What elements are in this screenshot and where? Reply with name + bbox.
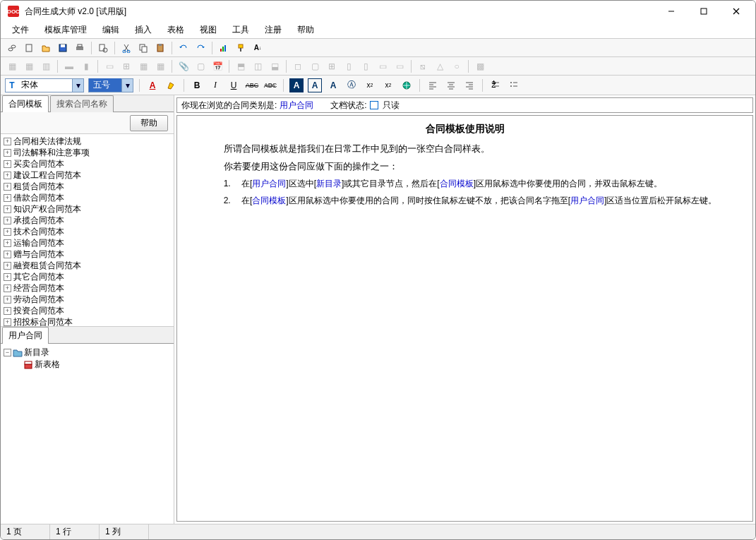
bullet-list-icon[interactable] xyxy=(507,78,521,92)
user-tree-child[interactable]: 新表格 xyxy=(4,359,171,371)
numbered-list-icon[interactable]: 12 xyxy=(488,78,503,92)
expand-icon[interactable]: + xyxy=(4,251,11,258)
expand-icon[interactable]: + xyxy=(4,160,11,168)
expand-icon[interactable]: + xyxy=(4,296,11,304)
double-strike-icon[interactable]: ABC xyxy=(263,78,277,92)
expand-icon[interactable]: + xyxy=(4,262,11,270)
bold-icon[interactable]: B xyxy=(190,78,204,92)
copy-icon[interactable] xyxy=(136,41,150,55)
link-new-dir[interactable]: 新目录 xyxy=(316,179,342,188)
menu-register[interactable]: 注册 xyxy=(258,22,289,38)
collapse-icon[interactable]: − xyxy=(4,349,11,356)
tree-item[interactable]: +承揽合同范本 xyxy=(4,215,171,226)
menu-table[interactable]: 表格 xyxy=(160,22,191,38)
menu-help[interactable]: 帮助 xyxy=(290,22,321,38)
align-center-icon[interactable] xyxy=(444,78,458,92)
minimize-button[interactable] xyxy=(655,1,688,22)
tree-item[interactable]: +借款合同范本 xyxy=(4,192,171,203)
highlight-icon[interactable] xyxy=(164,78,178,92)
align-right-icon[interactable] xyxy=(462,78,476,92)
tree-item[interactable]: +融资租赁合同范本 xyxy=(4,260,171,271)
menu-file[interactable]: 文件 xyxy=(5,22,36,38)
expand-icon[interactable]: + xyxy=(4,217,11,224)
chevron-down-icon[interactable]: ▾ xyxy=(72,79,83,92)
tab-templates[interactable]: 合同模板 xyxy=(2,95,49,112)
tree-item[interactable]: +其它合同范本 xyxy=(4,271,171,282)
close-button[interactable] xyxy=(720,1,752,22)
text-circle-icon[interactable]: Ⓐ xyxy=(344,78,359,92)
link-user-contract-2[interactable]: 用户合同 xyxy=(570,196,604,205)
user-tree-root[interactable]: − 新目录 xyxy=(4,347,171,359)
superscript-icon[interactable]: x2 xyxy=(363,78,377,92)
subscript-icon[interactable]: x2 xyxy=(381,78,395,92)
redo-icon[interactable] xyxy=(193,41,208,55)
chart-icon[interactable] xyxy=(217,41,231,55)
expand-icon[interactable]: + xyxy=(4,284,11,292)
tree-item[interactable]: +租赁合同范本 xyxy=(4,181,171,192)
maximize-button[interactable] xyxy=(688,1,720,22)
tree-item[interactable]: +赠与合同范本 xyxy=(4,248,171,260)
print-icon[interactable] xyxy=(73,41,87,55)
link-template[interactable]: 合同模板 xyxy=(440,179,474,188)
expand-icon[interactable]: + xyxy=(4,183,11,191)
underline-icon[interactable]: U xyxy=(227,78,241,92)
tab-user-contracts[interactable]: 用户合同 xyxy=(2,327,49,344)
tree-item[interactable]: +劳动合同范本 xyxy=(4,294,171,305)
font-size-select[interactable]: 五号 ▾ xyxy=(88,78,133,92)
tree-item[interactable]: +经营合同范本 xyxy=(4,282,171,294)
open-icon[interactable] xyxy=(39,41,53,55)
expand-icon[interactable]: + xyxy=(4,318,11,326)
undo-icon[interactable] xyxy=(176,41,191,55)
tree-item[interactable]: +买卖合同范本 xyxy=(4,158,171,169)
strikethrough-icon[interactable]: ABC xyxy=(245,78,259,92)
new-icon[interactable] xyxy=(22,41,36,55)
expand-icon[interactable]: + xyxy=(4,149,11,157)
link-user-contract[interactable]: 用户合同 xyxy=(252,179,286,188)
infobar-category[interactable]: 用户合同 xyxy=(280,100,313,112)
align-left-icon[interactable] xyxy=(426,78,440,92)
help-button[interactable]: 帮助 xyxy=(130,115,168,131)
text-outline-icon[interactable]: A xyxy=(326,78,340,92)
menu-tools[interactable]: 工具 xyxy=(225,22,256,38)
expand-icon[interactable]: + xyxy=(4,205,11,213)
preview-icon[interactable] xyxy=(96,41,110,55)
tree-item[interactable]: +投资合同范本 xyxy=(4,305,171,316)
text-fill-icon[interactable]: A xyxy=(289,78,304,92)
paste-icon[interactable] xyxy=(153,41,167,55)
chevron-down-icon[interactable]: ▾ xyxy=(121,79,133,92)
tree-item[interactable]: +招投标合同范本 xyxy=(4,316,171,326)
tree-item[interactable]: +建设工程合同范本 xyxy=(4,169,171,181)
format-brush-icon[interactable] xyxy=(234,41,248,55)
italic-icon[interactable]: I xyxy=(208,78,222,92)
tree-item[interactable]: +合同相关法律法规 xyxy=(4,136,171,147)
menu-edit[interactable]: 编辑 xyxy=(95,22,126,38)
save-icon[interactable] xyxy=(56,41,70,55)
tree-item[interactable]: +知识产权合同范本 xyxy=(4,203,171,215)
tree-item[interactable]: +运输合同范本 xyxy=(4,237,171,248)
tree-item[interactable]: +司法解释和注意事项 xyxy=(4,147,171,158)
expand-icon[interactable]: + xyxy=(4,138,11,145)
menu-view[interactable]: 视图 xyxy=(193,22,224,38)
expand-icon[interactable]: + xyxy=(4,273,11,281)
sort-icon[interactable]: A↓ xyxy=(251,41,265,55)
document-area[interactable]: 合同模板使用说明 所谓合同模板就是指我们在日常工作中见到的一张空白合同样表。 你… xyxy=(176,115,753,522)
menu-insert[interactable]: 插入 xyxy=(128,22,159,38)
expand-icon[interactable]: + xyxy=(4,307,11,315)
expand-icon[interactable]: + xyxy=(4,239,11,247)
template-tree[interactable]: +合同相关法律法规+司法解释和注意事项+买卖合同范本+建设工程合同范本+租赁合同… xyxy=(1,133,174,326)
menu-template-lib[interactable]: 模板库管理 xyxy=(37,22,94,38)
readonly-checkbox[interactable] xyxy=(370,101,378,109)
hyperlink-icon[interactable] xyxy=(400,78,414,92)
tab-search[interactable]: 搜索合同名称 xyxy=(50,95,114,112)
link-icon[interactable] xyxy=(5,41,19,55)
expand-icon[interactable]: + xyxy=(4,172,11,179)
link-template-2[interactable]: 合同模板 xyxy=(252,196,286,205)
text-box-icon[interactable]: A xyxy=(308,78,322,92)
cut-icon[interactable] xyxy=(119,41,133,55)
user-tree[interactable]: − 新目录 新表格 xyxy=(1,344,174,524)
font-name-select[interactable]: T 宋体 ▾ xyxy=(5,78,84,92)
expand-icon[interactable]: + xyxy=(4,194,11,202)
tree-item[interactable]: +技术合同范本 xyxy=(4,226,171,237)
expand-icon[interactable]: + xyxy=(4,228,11,236)
font-color-icon[interactable]: A xyxy=(145,78,160,92)
